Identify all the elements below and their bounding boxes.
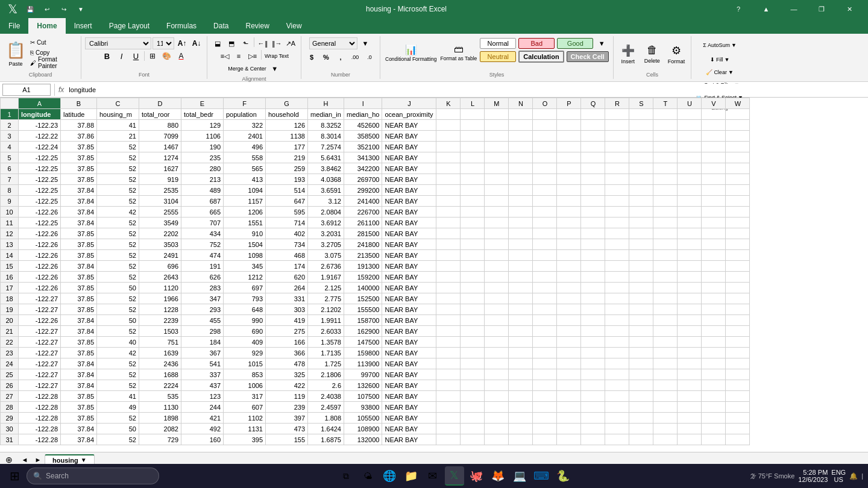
cell-21-16[interactable] — [557, 326, 581, 337]
cell-12-17[interactable] — [581, 228, 605, 239]
row-header-19[interactable]: 19 — [1, 304, 19, 315]
cell-19-6[interactable]: 648 — [224, 304, 266, 315]
cell-6-12[interactable] — [461, 163, 485, 174]
cell-6-7[interactable]: 259 — [266, 163, 308, 174]
col-E-header[interactable]: E — [181, 98, 224, 109]
cell-16-12[interactable] — [461, 272, 485, 283]
insert-btn[interactable]: ➕ Insert — [617, 39, 639, 70]
row-header-12[interactable]: 12 — [1, 228, 19, 239]
style-neutral[interactable]: Neutral — [480, 51, 516, 62]
cell-8-17[interactable] — [581, 185, 605, 196]
cell-30-23[interactable] — [726, 424, 750, 434]
cell-22-5[interactable]: 184 — [181, 337, 224, 348]
cell-22-16[interactable] — [557, 337, 581, 348]
styles-expand-btn[interactable]: ▼ — [595, 37, 608, 49]
notifications-btn[interactable]: 🔔 — [849, 472, 858, 480]
cell-5-5[interactable]: 235 — [181, 152, 224, 163]
tab-home[interactable]: Home — [28, 18, 65, 34]
cell-13-15[interactable] — [533, 239, 557, 250]
cell-10-15[interactable] — [533, 207, 557, 217]
cell-21-12[interactable] — [461, 326, 485, 337]
cell-12-23[interactable] — [726, 228, 750, 239]
cell-15-21[interactable] — [678, 261, 702, 272]
align-top-center-btn[interactable]: ⬒ — [225, 37, 238, 49]
cell-31-4[interactable]: 729 — [139, 434, 181, 445]
row-header-17[interactable]: 17 — [1, 283, 19, 293]
col-H-header[interactable]: H — [308, 98, 344, 109]
cell-21-18[interactable] — [605, 326, 629, 337]
style-good[interactable]: Good — [557, 38, 593, 49]
cell-14-6[interactable]: 1098 — [224, 250, 266, 261]
cell-31-9[interactable]: 132000 — [344, 434, 382, 445]
cell-12-15[interactable] — [533, 228, 557, 239]
cell-20-2[interactable]: 37.84 — [61, 315, 97, 326]
cell-2-9[interactable]: 452600 — [344, 120, 382, 131]
cell-15-1[interactable]: -122.26 — [19, 261, 61, 272]
cell-7-21[interactable] — [678, 174, 702, 185]
cell-31-10[interactable]: NEAR BAY — [382, 434, 436, 445]
cell-1-2[interactable]: latitude — [61, 109, 97, 120]
cell-30-21[interactable] — [678, 424, 702, 434]
merge-center-btn[interactable]: Merge & Center — [227, 63, 268, 75]
cell-24-4[interactable]: 2436 — [139, 358, 181, 369]
cell-8-22[interactable] — [702, 185, 726, 196]
cell-12-9[interactable]: 281500 — [344, 228, 382, 239]
cell-1-18[interactable] — [605, 109, 629, 120]
style-calculation[interactable]: Calculation — [518, 51, 564, 63]
customize-quick-btn[interactable]: ▼ — [74, 2, 88, 16]
style-check-cell[interactable]: Check Cell — [567, 51, 609, 62]
cell-9-8[interactable]: 3.12 — [308, 196, 344, 207]
cell-7-4[interactable]: 919 — [139, 174, 181, 185]
cell-21-4[interactable]: 1503 — [139, 326, 181, 337]
cell-2-12[interactable] — [461, 120, 485, 131]
language-btn[interactable]: ENG US — [831, 469, 846, 483]
cell-4-10[interactable]: NEAR BAY — [382, 142, 436, 152]
cell-4-3[interactable]: 52 — [97, 142, 139, 152]
cell-31-2[interactable]: 37.84 — [61, 434, 97, 445]
cell-20-19[interactable] — [629, 315, 653, 326]
cell-25-11[interactable] — [436, 369, 461, 380]
cell-13-10[interactable]: NEAR BAY — [382, 239, 436, 250]
cell-29-9[interactable]: 105500 — [344, 413, 382, 424]
cell-13-8[interactable]: 3.2705 — [308, 239, 344, 250]
cell-6-8[interactable]: 3.8462 — [308, 163, 344, 174]
cell-13-19[interactable] — [629, 239, 653, 250]
cell-5-2[interactable]: 37.85 — [61, 152, 97, 163]
col-M-header[interactable]: M — [485, 98, 509, 109]
paste-button[interactable]: 📋 Paste — [4, 37, 28, 70]
cell-24-10[interactable]: NEAR BAY — [382, 358, 436, 369]
cell-18-8[interactable]: 2.775 — [308, 293, 344, 304]
cell-26-13[interactable] — [485, 380, 509, 391]
cell-20-14[interactable] — [509, 315, 533, 326]
cell-12-14[interactable] — [509, 228, 533, 239]
cell-1-6[interactable]: population — [224, 109, 266, 120]
cell-16-11[interactable] — [436, 272, 461, 283]
cell-1-10[interactable]: ocean_proximity — [382, 109, 436, 120]
cell-9-4[interactable]: 3104 — [139, 196, 181, 207]
grid-wrapper[interactable]: A B C D E F G H I J K L M N O P Q — [0, 98, 868, 452]
row-header-23[interactable]: 23 — [1, 348, 19, 358]
cell-7-12[interactable] — [461, 174, 485, 185]
cell-7-17[interactable] — [581, 174, 605, 185]
cell-4-2[interactable]: 37.85 — [61, 142, 97, 152]
row-header-9[interactable]: 9 — [1, 196, 19, 207]
cell-24-14[interactable] — [509, 358, 533, 369]
cell-19-20[interactable] — [653, 304, 678, 315]
cell-7-7[interactable]: 193 — [266, 174, 308, 185]
cell-13-4[interactable]: 3503 — [139, 239, 181, 250]
cell-4-13[interactable] — [485, 142, 509, 152]
row-header-1[interactable]: 1 — [1, 109, 19, 120]
cell-17-20[interactable] — [653, 283, 678, 293]
cell-16-2[interactable]: 37.85 — [61, 272, 97, 283]
cell-18-10[interactable]: NEAR BAY — [382, 293, 436, 304]
cell-30-13[interactable] — [485, 424, 509, 434]
cell-28-9[interactable]: 93800 — [344, 402, 382, 413]
cell-11-21[interactable] — [678, 217, 702, 228]
cell-25-9[interactable]: 99700 — [344, 369, 382, 380]
row-header-31[interactable]: 31 — [1, 434, 19, 445]
cell-5-18[interactable] — [605, 152, 629, 163]
cell-30-22[interactable] — [702, 424, 726, 434]
cell-8-20[interactable] — [653, 185, 678, 196]
cell-7-5[interactable]: 213 — [181, 174, 224, 185]
cell-21-2[interactable]: 37.84 — [61, 326, 97, 337]
